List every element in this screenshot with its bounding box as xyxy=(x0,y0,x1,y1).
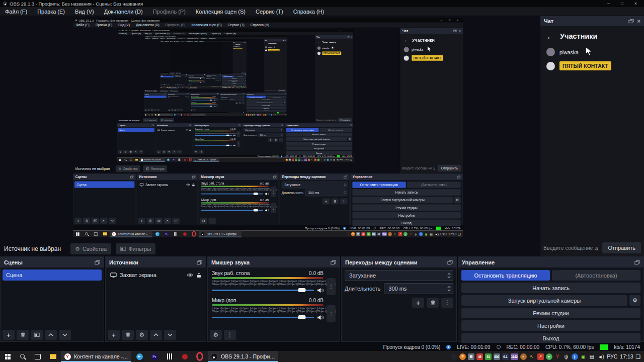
menu-item[interactable]: Сервис (T) xyxy=(251,7,288,16)
exit-button[interactable]: Выход xyxy=(461,333,640,343)
mixer-options-button[interactable] xyxy=(224,330,236,340)
autostop-button[interactable]: (Автоостановка) xyxy=(552,270,640,281)
speaker-icon[interactable] xyxy=(317,315,324,320)
remove-scene-button[interactable] xyxy=(17,330,29,340)
tray-icon[interactable]: 6.1 xyxy=(502,353,509,360)
duration-spinbox[interactable]: 300 ms xyxy=(384,283,453,294)
clock[interactable]: 17:13 xyxy=(620,353,633,359)
volume-slider-handle[interactable] xyxy=(298,315,305,319)
menu-item[interactable]: Вид (V) xyxy=(70,7,99,16)
tray-icon[interactable]: ☂ xyxy=(459,353,466,360)
add-scene-button[interactable] xyxy=(3,330,15,340)
taskbar-item[interactable] xyxy=(0,351,15,362)
tray-icon[interactable]: 1142 xyxy=(511,353,518,360)
tray-icon[interactable]: ▦ xyxy=(468,353,474,360)
move-scene-down-button[interactable] xyxy=(59,330,71,340)
stop-streaming-button[interactable]: Остановить трансляцию xyxy=(461,270,550,281)
tray-icon[interactable]: ≡ xyxy=(520,353,527,360)
channel-options-button[interactable] xyxy=(327,278,336,295)
tray-icon[interactable]: Y xyxy=(554,353,561,360)
scene-item[interactable]: Сцена xyxy=(3,269,102,281)
minimize-icon[interactable] xyxy=(607,0,610,7)
scene-filters-button[interactable] xyxy=(31,330,43,340)
taskbar-item[interactable] xyxy=(30,351,45,362)
tray-icon[interactable]: 49 xyxy=(476,353,483,360)
tray-icon[interactable]: ᛒ xyxy=(572,353,578,360)
action-center-icon[interactable]: ❏ xyxy=(636,353,640,359)
transition-options-button[interactable] xyxy=(441,298,453,308)
add-source-button[interactable] xyxy=(108,330,120,340)
studio-mode-button[interactable]: Режим студии xyxy=(461,308,640,318)
properties-button[interactable]: Свойства xyxy=(70,243,111,254)
taskbar-item[interactable] xyxy=(15,351,30,362)
menu-item[interactable]: Коллекция сцен (S) xyxy=(191,7,251,16)
source-row[interactable]: Захват экрана xyxy=(108,270,204,280)
source-properties-button[interactable] xyxy=(136,330,148,340)
speaker-icon[interactable] xyxy=(317,288,324,293)
remove-transition-button xyxy=(217,80,219,81)
visibility-eye-icon[interactable] xyxy=(187,273,194,277)
spinner-arrows-icon[interactable] xyxy=(447,286,451,291)
duration-row: Длительность 300 ms xyxy=(244,133,283,137)
tray-icon[interactable]: ψ xyxy=(563,353,570,360)
chat-message-input[interactable] xyxy=(542,244,599,251)
remove-transition-button[interactable] xyxy=(427,298,439,308)
preview-video[interactable]: OBS 29.1.3 - Профиль: Без названия - Сце… xyxy=(73,18,463,237)
move-scene-up-button[interactable] xyxy=(45,330,57,340)
filters-button[interactable]: Фильтры xyxy=(116,243,155,254)
channel-options-button[interactable] xyxy=(327,305,336,322)
virtual-camera-settings-icon[interactable] xyxy=(629,295,640,306)
popout-dock-icon[interactable] xyxy=(634,260,640,265)
advanced-audio-button[interactable] xyxy=(210,330,222,340)
volume-slider-handle[interactable] xyxy=(298,288,305,292)
tray-icon[interactable]: 51 xyxy=(485,353,492,360)
participant-row[interactable]: piwaska xyxy=(540,45,644,59)
menu-item[interactable]: Правка (E) xyxy=(32,7,70,16)
start-virtual-camera-button[interactable]: Запуск виртуальной камеры xyxy=(461,295,627,306)
taskbar-item[interactable] xyxy=(132,351,147,362)
taskbar-item[interactable] xyxy=(45,351,60,362)
properties-label: Свойства xyxy=(162,90,168,92)
back-arrow-icon[interactable] xyxy=(546,33,554,40)
close-icon[interactable] xyxy=(634,0,637,7)
popout-dock-icon[interactable] xyxy=(628,19,634,24)
taskbar-item[interactable] xyxy=(177,351,192,362)
menu-item[interactable]: Справка (H) xyxy=(288,7,329,16)
tray-icon[interactable]: ◉ xyxy=(580,353,587,360)
move-source-down-button[interactable] xyxy=(164,330,176,340)
move-source-up-button[interactable] xyxy=(150,330,162,340)
tray-icon[interactable] xyxy=(451,353,457,360)
maximize-icon[interactable] xyxy=(621,0,623,7)
menu-item[interactable]: Док-панели (D) xyxy=(99,7,148,16)
taskbar-item[interactable]: Контент на канале - ... xyxy=(61,351,131,362)
taskbar-item[interactable]: OBS 29.1.3 - Профил... xyxy=(208,351,278,362)
transition-select[interactable]: Затухание xyxy=(345,270,453,281)
taskbar-item[interactable] xyxy=(192,351,207,362)
lock-icon[interactable] xyxy=(197,273,201,278)
remove-transition-button xyxy=(238,102,241,104)
remove-source-button[interactable] xyxy=(122,330,134,340)
taskbar-item[interactable] xyxy=(162,351,177,362)
tray-icon[interactable]: ◄) xyxy=(597,353,605,360)
tray-icon[interactable]: ↖ xyxy=(529,353,535,360)
send-button[interactable]: Отправить xyxy=(602,242,641,253)
participant-row[interactable]: ПЯТЫЙ КОНТАКТ xyxy=(540,59,644,73)
tray-icon[interactable]: ↗ xyxy=(537,353,544,360)
popout-dock-icon[interactable] xyxy=(447,260,453,265)
menu-item[interactable]: Профиль (P) xyxy=(148,7,191,16)
popout-dock-icon[interactable] xyxy=(331,260,336,265)
volume-slider[interactable] xyxy=(212,317,314,318)
volume-slider[interactable] xyxy=(212,290,314,291)
tray-icon[interactable]: 802 xyxy=(494,353,500,360)
tray-icon[interactable]: ♥ xyxy=(546,353,552,360)
tray-icon[interactable]: ▤ xyxy=(589,353,595,360)
language-indicator[interactable]: РУС xyxy=(607,353,617,359)
popout-dock-icon[interactable] xyxy=(95,260,100,265)
taskbar-item[interactable] xyxy=(147,351,162,362)
settings-button[interactable]: Настройки xyxy=(461,320,640,331)
add-transition-button[interactable] xyxy=(412,298,424,308)
menu-item[interactable]: Файл (F) xyxy=(0,7,32,16)
close-dock-icon[interactable] xyxy=(637,19,640,24)
popout-dock-icon[interactable] xyxy=(197,260,202,265)
start-recording-button[interactable]: Начать запись xyxy=(461,283,640,293)
